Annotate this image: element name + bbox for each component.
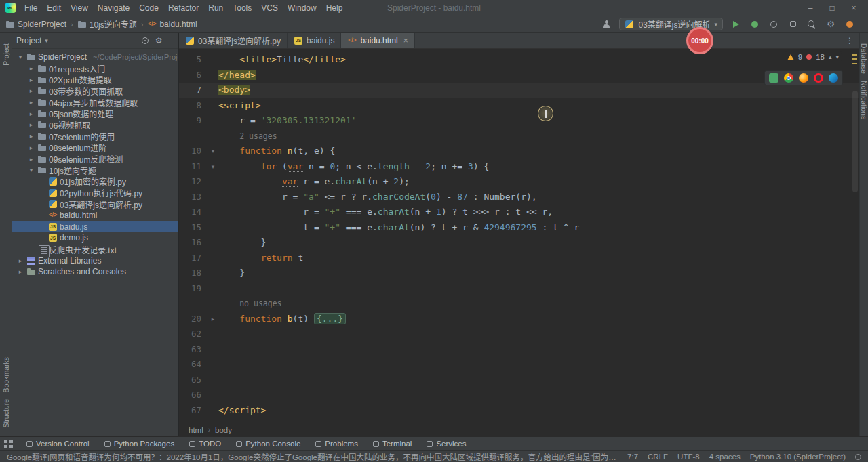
breadcrumb-item[interactable]: baidu.html (147, 20, 197, 29)
tree-item[interactable]: baidu.html (12, 210, 178, 222)
structure-stripe-button[interactable]: Structure (2, 399, 10, 428)
code-line[interactable]: 20▸ function b(t) {...} (179, 312, 859, 327)
chevron-right-icon[interactable]: ▸ (27, 87, 35, 94)
tree-item[interactable]: 03某翻译js逆向解析.py (12, 198, 178, 210)
opera-icon[interactable] (814, 73, 823, 83)
code-line[interactable]: 65 (179, 373, 859, 388)
tree-item[interactable]: ▸08selenium进阶 (12, 142, 178, 154)
code-line[interactable]: 14 r = "+" === e.charAt(n + 1) ? t >>> r… (179, 205, 859, 220)
menu-item[interactable]: View (66, 0, 93, 16)
menu-item[interactable]: Help (321, 0, 348, 16)
breadcrumb-item[interactable]: 10js逆向专题 (77, 18, 137, 30)
code-line[interactable]: 6</head> (179, 68, 859, 83)
tree-item[interactable]: 01js加密的案例.py (12, 176, 178, 188)
code-line[interactable]: no usages (179, 296, 859, 312)
tab-options-icon[interactable]: ⋮ (846, 33, 859, 48)
debug-button[interactable] (749, 18, 761, 30)
code-line[interactable]: 62 (179, 327, 859, 342)
usage-hint[interactable]: no usages (218, 296, 282, 312)
edge-icon[interactable] (829, 73, 838, 83)
hide-panel-icon[interactable]: ─ (168, 36, 174, 45)
firefox-icon[interactable] (799, 73, 808, 83)
settings-gear-icon[interactable]: ⚙ (825, 18, 837, 30)
chevron-right-icon[interactable]: ▸ (27, 144, 35, 151)
menu-item[interactable]: Window (283, 0, 321, 16)
chevron-right-icon[interactable]: ▸ (27, 156, 35, 163)
panel-settings-gear-icon[interactable]: ⚙ (155, 37, 163, 45)
run-config-selector[interactable]: 03某翻译js逆向解析 ▾ (619, 18, 723, 30)
chevron-down-icon[interactable]: ▾ (16, 54, 24, 60)
fold-icon[interactable]: ▾ (208, 144, 218, 159)
fold-icon[interactable]: ▸ (208, 312, 218, 327)
tree-item[interactable]: baidu.js (12, 221, 178, 232)
chevron-right-icon[interactable]: ▸ (27, 99, 35, 106)
inspections-widget[interactable]: 9 18 ▴ ▾ (785, 51, 842, 62)
search-everywhere-icon[interactable] (806, 18, 818, 30)
toolwindow-button[interactable]: Version Control (20, 437, 96, 450)
tree-item[interactable]: ▸06视频抓取 (12, 119, 178, 131)
code-line[interactable]: 17 return t (179, 251, 859, 266)
toolwindow-switcher-icon[interactable] (4, 440, 13, 448)
code-area[interactable]: 5 <title>Title</title>6</head>7<body>8<s… (179, 49, 859, 423)
code-line[interactable]: 15 t = "+" === e.charAt(n) ? t + r & 429… (179, 220, 859, 236)
editor-tab[interactable]: baidu.js (288, 33, 341, 48)
interpreter[interactable]: Python 3.10 (SpiderProject) (750, 453, 846, 461)
record-icon[interactable] (844, 18, 856, 30)
editor-tab[interactable]: 03某翻译js逆向解析.py (179, 33, 288, 48)
code-line[interactable]: 7<body> (179, 83, 859, 98)
chevron-right-icon[interactable]: ▸ (27, 77, 35, 83)
tree-item[interactable]: 反爬虫开发记录.txt (12, 244, 178, 255)
bookmarks-stripe-button[interactable]: Bookmarks (2, 357, 10, 393)
menu-item[interactable]: Code (134, 0, 163, 16)
code-line[interactable]: 12 var r = e.charAt(n + 2); (179, 174, 859, 190)
next-issue-icon[interactable]: ▾ (835, 54, 839, 60)
breadcrumb-body[interactable]: body (215, 426, 232, 434)
line-ending[interactable]: CRLF (648, 453, 668, 461)
caret-position[interactable]: 7:7 (627, 453, 638, 461)
tree-item[interactable]: 02python执行js代码.py (12, 187, 178, 198)
encoding[interactable]: UTF-8 (677, 453, 700, 461)
chevron-right-icon[interactable]: ▸ (16, 257, 24, 264)
close-icon[interactable]: × (403, 36, 408, 45)
breadcrumb-item[interactable]: SpiderProject (5, 20, 66, 29)
code-line[interactable]: 2 usages (179, 129, 859, 144)
code-line[interactable]: 66 (179, 387, 859, 403)
code-line[interactable]: 13 r = "a" <= r ? r.charCodeAt(0) - 87 :… (179, 190, 859, 205)
code-line[interactable]: 16 } (179, 235, 859, 251)
project-stripe-button[interactable]: Project (2, 43, 10, 66)
breadcrumb-html[interactable]: html (189, 426, 203, 434)
maximize-button[interactable]: □ (827, 3, 837, 13)
code-line[interactable]: 18 } (179, 266, 859, 281)
scrollbar[interactable] (852, 91, 858, 192)
tree-item[interactable]: ▸External Libraries (12, 255, 178, 266)
toolwindow-button[interactable]: Terminal (366, 437, 418, 450)
chevron-right-icon[interactable]: ▸ (27, 133, 35, 140)
tree-item[interactable]: ▸04ajax异步加载数据爬取 (12, 97, 178, 108)
stop-button[interactable] (787, 18, 799, 30)
profile-button[interactable] (768, 18, 780, 30)
menu-item[interactable]: File (20, 0, 42, 16)
toolwindow-button[interactable]: Python Console (229, 437, 307, 450)
locate-file-icon[interactable] (141, 37, 149, 45)
fold-icon[interactable]: ▾ (208, 159, 218, 175)
toolwindow-button[interactable]: Services (420, 437, 473, 450)
menu-item[interactable]: Navigate (93, 0, 134, 16)
code-line[interactable]: 67</script> (179, 403, 859, 419)
tree-item[interactable]: ▸02Xpath数据提取 (12, 74, 178, 85)
toolwindow-button[interactable]: Problems (309, 437, 365, 450)
notifications-stripe-button[interactable]: Notifications (860, 81, 868, 119)
tree-item[interactable]: ▸01requests入门 (12, 63, 178, 75)
indent-config[interactable]: 4 spaces (709, 453, 741, 461)
project-panel-title[interactable]: Project (16, 36, 41, 45)
tree-item[interactable]: ▸09selenium反爬检测 (12, 153, 178, 165)
menu-item[interactable]: Edit (42, 0, 66, 16)
chevron-right-icon[interactable]: ▸ (16, 268, 24, 275)
run-button[interactable] (730, 18, 742, 30)
editor-tab[interactable]: baidu.html× (341, 33, 414, 48)
code-line[interactable]: 5 <title>Title</title> (179, 52, 859, 68)
tree-item[interactable]: ▾10js逆向专题 (12, 165, 178, 176)
close-button[interactable]: × (849, 3, 859, 13)
usage-hint[interactable]: 2 usages (218, 129, 277, 144)
menu-item[interactable]: Run (203, 0, 228, 16)
code-line[interactable]: 11▾ for (var n = 0; n < e.length - 2; n … (179, 159, 859, 175)
